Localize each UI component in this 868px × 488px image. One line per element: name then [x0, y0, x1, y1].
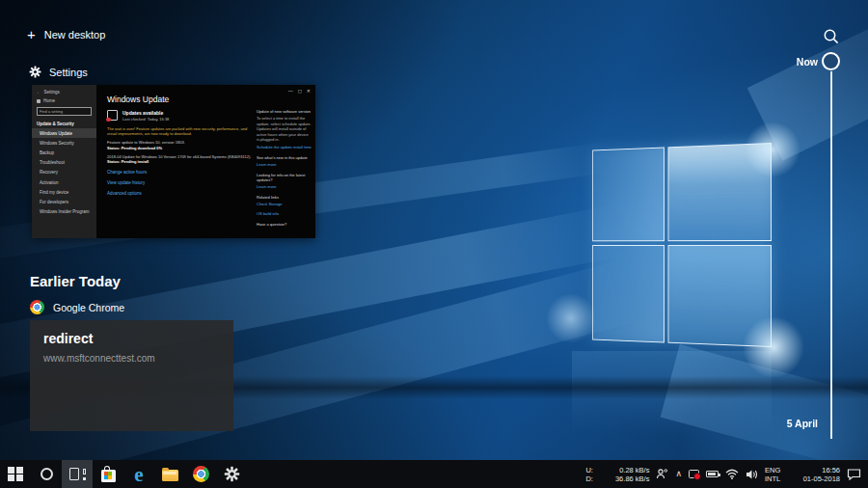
- sidebar-item-troubleshoot[interactable]: Troubleshoot: [32, 158, 96, 168]
- microsoft-store-button[interactable]: [93, 460, 123, 488]
- settings-window-thumbnail[interactable]: ← Settings Home Find a setting Update & …: [32, 85, 315, 238]
- settings-search-input[interactable]: Find a setting: [37, 107, 92, 116]
- edge-icon: e: [134, 465, 143, 484]
- update-item-2: 2018-04 Update for Windows 10 Version 17…: [107, 154, 252, 164]
- update-status-row: Updates available Last checked: Today, 1…: [107, 110, 252, 122]
- timeline-date-label: 5 April: [768, 418, 818, 429]
- action-center-button[interactable]: [847, 468, 861, 481]
- logo-pane: [592, 245, 665, 343]
- wifi-icon: [725, 469, 739, 479]
- update-status-title: Updates available: [122, 110, 169, 116]
- window-controls: — ◻ ✕: [288, 88, 311, 94]
- sidebar-item-for-developers[interactable]: For developers: [32, 197, 96, 206]
- settings-header-label: Settings: [49, 67, 88, 78]
- timeline-track[interactable]: [830, 71, 832, 439]
- settings-button[interactable]: [216, 460, 247, 488]
- updates-available-icon: [107, 110, 118, 121]
- aside-link[interactable]: OS build info: [257, 211, 312, 216]
- timeline-now-label: Now: [789, 56, 818, 68]
- volume-button[interactable]: [746, 469, 758, 480]
- home-icon: [37, 99, 41, 103]
- plus-icon: +: [27, 27, 36, 41]
- sidebar-item-insider-program[interactable]: Windows Insider Program: [32, 207, 96, 217]
- start-button[interactable]: [0, 460, 31, 488]
- network-speed-widget[interactable]: U: 0.28 kB/s D: 36.86 kB/s: [585, 466, 649, 483]
- settings-back-label: Settings: [44, 90, 60, 95]
- settings-section-label: Update & Security: [32, 119, 96, 128]
- chrome-icon: [193, 466, 209, 482]
- sidebar-item-activation[interactable]: Activation: [32, 177, 96, 187]
- gear-icon: [224, 466, 240, 482]
- people-button[interactable]: [656, 468, 668, 480]
- close-icon[interactable]: ✕: [307, 88, 311, 94]
- speaker-icon: [746, 469, 758, 480]
- sidebar-item-home[interactable]: Home: [32, 96, 96, 105]
- windows-logo-wallpaper: [592, 143, 772, 347]
- cortana-button[interactable]: [31, 460, 62, 488]
- search-icon: [822, 27, 841, 46]
- new-desktop-button[interactable]: + New desktop: [27, 27, 105, 41]
- taskbar-app-icons: e: [0, 460, 247, 488]
- aside-link[interactable]: Learn more: [257, 184, 312, 189]
- language-line1: ENG: [765, 466, 786, 474]
- activity-group-chrome: Google Chrome: [30, 300, 124, 314]
- windows-start-icon: [8, 467, 23, 482]
- language-line2: INTL: [765, 474, 786, 483]
- language-indicator[interactable]: ENG INTL: [765, 466, 786, 483]
- activity-card-title: redirect: [43, 331, 220, 346]
- show-hidden-icons-button[interactable]: ∧: [675, 470, 682, 478]
- people-icon: [656, 468, 668, 480]
- clock-widget[interactable]: 16:56 01-05-2018: [793, 466, 840, 483]
- sidebar-item-find-my-device[interactable]: Find my device: [32, 187, 96, 197]
- timeline-scrubber-knob[interactable]: [822, 52, 840, 70]
- system-tray: U: 0.28 kB/s D: 36.86 kB/s ∧: [585, 460, 868, 488]
- back-arrow-icon: ←: [37, 90, 41, 95]
- network-button[interactable]: [725, 469, 739, 479]
- wallpaper-glow: [546, 293, 596, 343]
- aside-link[interactable]: Check Storage: [257, 202, 312, 206]
- sidebar-item-windows-security[interactable]: Windows Security: [32, 138, 96, 148]
- sidebar-item-backup[interactable]: Backup: [32, 148, 96, 157]
- window-group-header-settings: Settings: [29, 66, 88, 78]
- minimize-icon[interactable]: —: [288, 88, 293, 94]
- task-view-button[interactable]: [62, 460, 93, 488]
- sidebar-item-recovery[interactable]: Recovery: [32, 168, 96, 177]
- windows-update-title: Windows Update: [107, 95, 312, 104]
- settings-sidebar: ← Settings Home Find a setting Update & …: [32, 85, 96, 238]
- taskbar: e: [0, 460, 868, 488]
- sidebar-item-windows-update[interactable]: Windows Update: [32, 128, 96, 138]
- security-notification-button[interactable]: [689, 470, 699, 479]
- activity-card-redirect[interactable]: redirect www.msftconnecttest.com: [30, 320, 233, 431]
- maximize-icon[interactable]: ◻: [298, 88, 302, 94]
- earlier-today-heading: Earlier Today: [30, 273, 121, 289]
- aside-link[interactable]: Learn more: [257, 162, 312, 167]
- new-desktop-label: New desktop: [44, 29, 106, 41]
- search-button[interactable]: [819, 24, 844, 49]
- aside-link[interactable]: Schedule the update install time: [257, 145, 312, 149]
- home-label: Home: [43, 98, 55, 103]
- folder-icon: [162, 470, 178, 481]
- clock-date: 01-05-2018: [793, 474, 840, 483]
- power-button[interactable]: [706, 471, 719, 477]
- defender-badge-icon: [689, 470, 699, 479]
- update-banner-text: The wait is over! Feature updates are pa…: [107, 126, 254, 136]
- battery-icon: [706, 471, 719, 477]
- chrome-group-label: Google Chrome: [53, 302, 124, 313]
- action-center-icon: [847, 468, 861, 481]
- chrome-icon: [30, 300, 44, 314]
- download-label: D:: [585, 474, 593, 483]
- edge-button[interactable]: e: [123, 460, 154, 488]
- settings-aside-column: Update of new software version To select…: [257, 109, 312, 229]
- update-item-1: Feature update to Windows 10, version 18…: [107, 140, 252, 149]
- logo-pane: [592, 148, 665, 242]
- settings-back-row[interactable]: ← Settings: [32, 88, 96, 96]
- settings-main-pane: — ◻ ✕ Windows Update Updates available L…: [96, 85, 315, 238]
- task-view-screen: + New desktop Now 5 April S: [0, 0, 868, 488]
- settings-search-placeholder: Find a setting: [40, 109, 63, 114]
- file-explorer-button[interactable]: [154, 460, 185, 488]
- gear-icon: [29, 66, 41, 78]
- upload-value: 0.28 kB/s: [619, 466, 649, 474]
- clock-time: 16:56: [793, 466, 840, 474]
- chrome-button[interactable]: [185, 460, 216, 488]
- update-status-sub: Last checked: Today, 16:38: [122, 117, 169, 122]
